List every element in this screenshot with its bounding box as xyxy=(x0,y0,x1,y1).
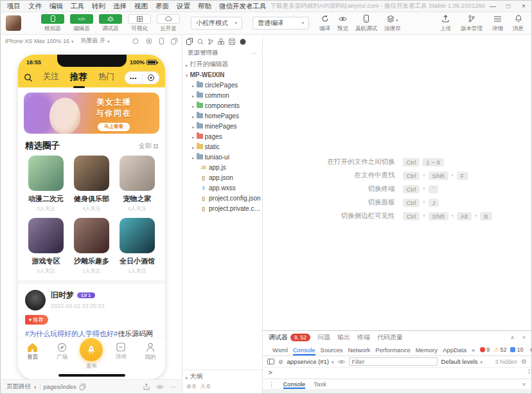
menu-item[interactable]: 工具 xyxy=(67,2,88,11)
project-root[interactable]: MP-WEIXIN xyxy=(182,69,262,80)
post-author-name[interactable]: 旧时梦 xyxy=(51,290,74,301)
scrollbar[interactable]: ▲▼ xyxy=(528,368,530,375)
extensions-icon[interactable] xyxy=(218,39,224,45)
compile-mode-select[interactable]: 普通编译 xyxy=(253,17,309,30)
version-manage-button[interactable]: 版本管理 xyxy=(461,14,483,33)
device-select[interactable]: iPhone XS Max 100% 16 xyxy=(5,38,69,44)
menu-item[interactable]: 选择 xyxy=(109,2,130,11)
preview-button[interactable]: 预览 xyxy=(337,14,348,33)
tab-code-quality[interactable]: 代码质量 xyxy=(377,333,403,342)
files-icon[interactable] xyxy=(186,38,193,45)
circle-card[interactable]: 沙雕乐趣多 1人关注 xyxy=(69,218,114,274)
menu-item[interactable]: 界面 xyxy=(152,2,173,11)
details-button[interactable]: 详情 xyxy=(492,14,503,33)
explorer-folder[interactable]: circlePages xyxy=(182,80,262,90)
cloud-dev-button[interactable]: 云开发 xyxy=(156,14,181,33)
explorer-folder[interactable]: tuniao-ui xyxy=(182,152,262,162)
mode-select[interactable]: 小程序模式 xyxy=(191,17,242,30)
view-all-link[interactable]: 全部 xyxy=(139,141,158,150)
problems-summary[interactable]: 0 0 xyxy=(182,382,262,391)
drawer-tab-console[interactable]: Console xyxy=(283,379,306,389)
close-panel-button[interactable]: × xyxy=(522,334,526,341)
visual-tool-button[interactable]: 可视化 xyxy=(127,14,152,33)
open-editors-section[interactable]: 打开的编辑器 xyxy=(182,59,262,69)
levels-select[interactable]: Default levels xyxy=(441,358,483,365)
circle-card[interactable]: 游戏专区 0人关注 xyxy=(23,218,69,274)
drawer-tab-task[interactable]: Task xyxy=(314,379,326,389)
post-author-avatar[interactable] xyxy=(25,290,46,310)
menu-item[interactable]: 项目 xyxy=(3,2,24,11)
explorer-more-icon[interactable] xyxy=(251,49,258,57)
npm-icon[interactable] xyxy=(240,39,246,45)
tabbar-publish[interactable]: 发布 xyxy=(77,343,107,372)
console-sidebar-icon[interactable] xyxy=(267,359,274,364)
clear-console-icon[interactable] xyxy=(278,358,283,365)
collapse-panel-button[interactable]: ∧ xyxy=(510,334,515,341)
git-branch-icon[interactable] xyxy=(208,39,213,45)
menu-item[interactable]: 微信开发者工具 xyxy=(215,2,270,11)
eye-icon[interactable] xyxy=(338,359,345,364)
search-icon[interactable] xyxy=(24,73,33,82)
explorer-folder[interactable]: components xyxy=(182,100,262,111)
share-icon[interactable] xyxy=(143,383,150,390)
simulator-toggle[interactable]: 模拟器 xyxy=(40,14,65,33)
explorer-folder[interactable]: static xyxy=(182,141,262,152)
device-debug-button[interactable]: 真机调试 xyxy=(355,14,377,33)
devtab-wxml[interactable]: Wxml xyxy=(272,344,288,355)
issue-counts[interactable]: 9 52 10 xyxy=(480,346,523,353)
menu-item[interactable]: 设置 xyxy=(173,2,194,11)
banner-button[interactable]: 马上看看 xyxy=(98,123,130,131)
explorer-file[interactable]: {} project.config.json xyxy=(182,193,262,203)
messages-button[interactable]: 消息 xyxy=(513,14,524,33)
more-menu-button[interactable]: ••• xyxy=(130,75,137,81)
debugger-toggle[interactable]: 调试器 xyxy=(98,14,123,33)
tabbar-plaza[interactable]: 广场 xyxy=(48,343,77,372)
explorer-folder[interactable]: homePages xyxy=(182,111,262,121)
menu-item[interactable]: 文件 xyxy=(24,2,46,11)
close-button[interactable]: × xyxy=(516,3,531,10)
user-avatar[interactable] xyxy=(6,15,21,31)
explorer-folder[interactable]: minePages xyxy=(182,121,262,131)
minimize-button[interactable]: — xyxy=(485,3,501,10)
console-output[interactable]: > ▲▼ xyxy=(263,368,531,379)
devtab-console[interactable]: Console xyxy=(293,344,315,355)
tab-follow[interactable]: 关注 xyxy=(43,71,59,84)
explorer-folder[interactable]: common xyxy=(182,90,262,100)
menu-item[interactable]: 帮助 xyxy=(194,2,215,11)
outline-section[interactable]: 大纲 xyxy=(182,372,262,382)
explorer-folder[interactable]: pages xyxy=(182,131,262,141)
tabbar-profile[interactable]: 我的 xyxy=(136,343,165,372)
devtab-network[interactable]: Network xyxy=(348,344,370,355)
devtab-appdata[interactable]: AppData xyxy=(443,344,466,355)
record-icon[interactable] xyxy=(146,38,152,44)
circle-card[interactable]: 宠物之家 0人关注 xyxy=(114,156,160,212)
editor-toggle[interactable]: </> 编辑器 xyxy=(69,14,94,33)
explorer-file[interactable]: {} project.private.config.js... xyxy=(182,203,262,213)
post-topic-link[interactable]: #为什么玩得好的人学得也好# xyxy=(25,330,118,337)
compile-button[interactable]: 编译 xyxy=(319,14,330,33)
tab-problems[interactable]: 问题 xyxy=(317,333,330,342)
more-tabs-icon[interactable]: » xyxy=(472,346,475,354)
path-menu[interactable]: 页面路径 xyxy=(6,382,31,391)
explorer-file[interactable]: {} app.json xyxy=(182,172,262,183)
publish-button[interactable] xyxy=(80,338,103,361)
context-select[interactable]: appservice (#1) xyxy=(287,358,334,365)
float-window-icon[interactable] xyxy=(171,38,177,44)
maximize-button[interactable]: □ xyxy=(501,3,516,10)
device-frame-icon[interactable] xyxy=(159,38,164,44)
circle-card[interactable]: 健身俱乐部 4人关注 xyxy=(69,156,114,212)
drawer-close-button[interactable]: × xyxy=(522,381,526,388)
settings-gear-icon[interactable] xyxy=(529,346,531,354)
more-icon[interactable] xyxy=(170,383,177,390)
tab-debugger[interactable]: 调试器 xyxy=(269,333,288,342)
hot-reload-select[interactable]: 热重载 开 xyxy=(81,37,106,45)
tab-terminal[interactable]: 终端 xyxy=(357,333,370,342)
promo-banner[interactable]: 美女主播 与你同在 马上看看 xyxy=(24,93,159,134)
rotate-icon[interactable] xyxy=(132,38,139,44)
close-capsule-button[interactable] xyxy=(148,75,154,81)
devtab-performance[interactable]: Performance xyxy=(375,344,410,355)
explorer-file[interactable]: 3 app.wxss xyxy=(182,183,262,193)
devtab-memory[interactable]: Memory xyxy=(416,344,438,355)
clear-cache-button[interactable]: 清缓存 xyxy=(384,14,401,33)
eye-icon[interactable] xyxy=(156,384,164,390)
